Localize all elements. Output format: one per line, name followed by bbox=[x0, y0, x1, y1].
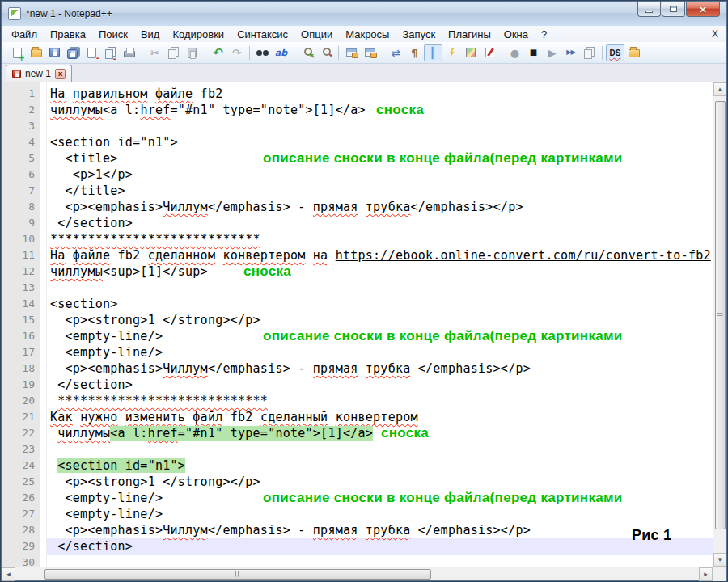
function-list-icon bbox=[485, 48, 493, 57]
editor-line[interactable] bbox=[47, 441, 713, 458]
toolbar-save-all-button[interactable] bbox=[64, 44, 83, 61]
toolbar-replace-button[interactable]: ab bbox=[272, 44, 290, 61]
editor-line[interactable]: <p>1</p> bbox=[47, 167, 713, 183]
editor-line[interactable]: <p><emphasis>Чиллум</emphasis> - прямая … bbox=[47, 522, 713, 538]
toolbar-close-button[interactable] bbox=[83, 44, 101, 61]
editor-line[interactable]: <section> bbox=[47, 296, 713, 312]
toolbar-print-button[interactable] bbox=[120, 44, 138, 61]
menu-edit[interactable]: Правка bbox=[44, 27, 92, 41]
toolbar-word-wrap-button[interactable]: ⇄ bbox=[387, 44, 405, 61]
editor-line[interactable] bbox=[47, 118, 713, 134]
unsaved-file-icon bbox=[12, 70, 21, 78]
code-text: сделанный bbox=[260, 410, 328, 424]
toolbar-sync-horizontal-scroll-button[interactable] bbox=[361, 44, 379, 61]
toolbar-document-map-button[interactable] bbox=[461, 44, 480, 61]
toolbar-document-switcher-button[interactable] bbox=[624, 44, 643, 61]
menu-run[interactable]: Запуск bbox=[396, 27, 442, 41]
scroll-right-button[interactable]: ▸ bbox=[699, 567, 713, 581]
code-text: </section> bbox=[50, 377, 133, 392]
toolbar-macro-record-button[interactable]: ● bbox=[506, 44, 524, 61]
toolbar-open-button[interactable] bbox=[27, 44, 45, 61]
menu-settings[interactable]: Опции bbox=[294, 27, 339, 41]
menubar-close-document-button[interactable]: X bbox=[712, 28, 718, 40]
toolbar-sync-vertical-scroll-button[interactable] bbox=[342, 44, 361, 61]
tab-new-1[interactable]: new 1 x bbox=[6, 65, 72, 82]
menu-window[interactable]: Окна bbox=[497, 27, 535, 41]
url-text: https://ebook.online-convert.com/ru/conv… bbox=[336, 248, 711, 263]
toolbar-indent-guide-button[interactable]: ║ bbox=[424, 44, 442, 61]
toolbar-redo-button[interactable]: ↷ bbox=[227, 44, 246, 61]
editor-line[interactable]: На файле fb2 сделанном конвертером на ht… bbox=[47, 247, 713, 264]
menu-help[interactable]: ? bbox=[535, 27, 553, 41]
editor-line[interactable]: чиллумы<sup>[1]</sup> bbox=[47, 264, 713, 280]
toolbar-zoom-in-button[interactable] bbox=[298, 44, 316, 61]
editor-line[interactable]: <p><strong>1 </strong></p> bbox=[47, 474, 713, 490]
code-text: href bbox=[148, 426, 178, 441]
toolbar-copy-button[interactable] bbox=[164, 44, 183, 61]
menu-search[interactable]: Поиск bbox=[92, 27, 134, 41]
close-button[interactable]: × bbox=[686, 2, 720, 17]
fold-margin bbox=[40, 82, 47, 567]
menu-file[interactable]: Файл bbox=[5, 27, 44, 41]
line-number-gutter: 1234567891011121314151617181920212223242… bbox=[2, 82, 40, 567]
editor-line[interactable] bbox=[47, 280, 713, 296]
annotation: сноска bbox=[243, 264, 291, 280]
editor-line[interactable]: **************************** bbox=[47, 393, 713, 409]
menu-language[interactable]: Синтаксис bbox=[231, 27, 294, 41]
toolbar-macro-stop-button[interactable]: ■ bbox=[524, 44, 543, 61]
code-area[interactable]: На правильном файле fb2чиллумы<a l:href=… bbox=[47, 82, 713, 567]
restore-button[interactable] bbox=[662, 2, 685, 17]
editor-line[interactable]: <section id="n1"> bbox=[47, 134, 713, 150]
editor-line[interactable]: <empty-line/> bbox=[47, 344, 713, 361]
code-text: изменить bbox=[125, 410, 185, 424]
vertical-scroll-thumb[interactable] bbox=[715, 101, 726, 529]
tab-close-icon[interactable]: x bbox=[55, 69, 66, 79]
line-number: 27 bbox=[2, 506, 35, 522]
editor-line[interactable]: чиллумы<a l:href="#n1" type="note">[1]</… bbox=[47, 425, 713, 441]
editor-line[interactable]: <p><emphasis>Чиллум</emphasis> - прямая … bbox=[47, 361, 713, 377]
toolbar-spell-check-ds-button[interactable]: DS bbox=[606, 44, 624, 61]
toolbar-new-file-button[interactable] bbox=[8, 44, 27, 61]
horizontal-scroll-thumb[interactable] bbox=[44, 569, 431, 580]
editor-line[interactable]: </title> bbox=[47, 183, 713, 199]
editor-line[interactable]: </section> bbox=[47, 377, 713, 393]
editor-line[interactable]: <empty-line/> bbox=[47, 506, 713, 522]
editor-line[interactable]: <p><strong>1 </strong></p> bbox=[47, 312, 713, 328]
code-text: fb2 bbox=[110, 248, 147, 263]
toolbar-function-completion-button[interactable] bbox=[442, 44, 461, 61]
editor-line[interactable]: <p><emphasis>Чиллум</emphasis> - прямая … bbox=[47, 199, 713, 215]
menu-macro[interactable]: Макросы bbox=[339, 27, 396, 41]
scroll-down-button[interactable]: ▾ bbox=[713, 553, 727, 567]
code-text: **************************** bbox=[57, 394, 268, 408]
editor-line[interactable]: </section> bbox=[47, 538, 713, 555]
toolbar-find-button[interactable] bbox=[253, 44, 272, 61]
editor-line[interactable] bbox=[47, 555, 713, 567]
editor-line[interactable]: <section id="n1"> bbox=[47, 458, 713, 474]
menu-view[interactable]: Вид bbox=[134, 27, 167, 41]
line-number: 5 bbox=[2, 150, 35, 167]
toolbar-macro-run-multiple-button[interactable]: ▶▶ bbox=[561, 44, 580, 61]
code-text bbox=[358, 361, 366, 376]
editor-line[interactable]: Как нужно изменить файл fb2 сделанный ко… bbox=[47, 409, 713, 425]
menu-encodings[interactable]: Кодировки bbox=[166, 27, 231, 41]
scroll-up-button[interactable]: ▴ bbox=[713, 82, 727, 96]
toolbar-paste-button[interactable] bbox=[183, 44, 201, 61]
toolbar-undo-button[interactable]: ↶ bbox=[209, 44, 227, 61]
scroll-left-button[interactable]: ◂ bbox=[2, 567, 15, 581]
toolbar-show-all-characters-button[interactable]: ¶ bbox=[405, 44, 424, 61]
editor-line[interactable]: **************************** bbox=[47, 231, 713, 247]
toolbar-cut-button[interactable]: ✂ bbox=[146, 44, 164, 61]
toolbar-macro-save-button[interactable] bbox=[580, 44, 599, 61]
show-all-characters-icon: ¶ bbox=[411, 48, 417, 58]
toolbar-function-list-button[interactable] bbox=[480, 44, 498, 61]
code-text: <section id="n1"> bbox=[50, 135, 178, 150]
toolbar-zoom-out-button[interactable] bbox=[316, 44, 335, 61]
find-icon bbox=[256, 49, 269, 57]
editor-line[interactable]: </section> bbox=[47, 215, 713, 231]
toolbar-close-all-button[interactable] bbox=[101, 44, 120, 61]
editor-line[interactable]: На правильном файле fb2 bbox=[47, 86, 713, 102]
toolbar-save-button[interactable] bbox=[45, 44, 64, 61]
toolbar-macro-play-button[interactable]: ▶ bbox=[543, 44, 561, 61]
minimize-button[interactable] bbox=[637, 2, 661, 17]
menu-plugins[interactable]: Плагины bbox=[442, 27, 497, 41]
